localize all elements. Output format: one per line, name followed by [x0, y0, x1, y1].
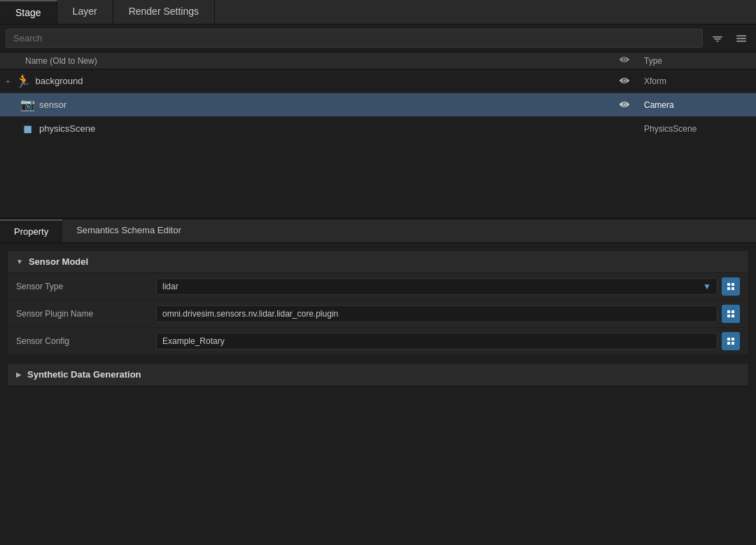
sensor-plugin-name-row: Sensor Plugin Name	[8, 301, 748, 328]
sensor-config-label: Sensor Config	[16, 336, 156, 346]
row-label-physics: physicsScene	[39, 123, 95, 134]
sensor-icon: 📷	[20, 97, 35, 112]
synthetic-data-title: Synthetic Data Generation	[27, 369, 141, 380]
sensor-config-value-wrap	[156, 332, 740, 350]
svg-rect-6	[732, 287, 734, 290]
filter-icon	[711, 32, 724, 45]
table-row[interactable]: + 🏃 background Xform	[0, 69, 756, 93]
stage-empty-area	[0, 141, 756, 218]
property-tab-bar: Property Semantics Schema Editor	[0, 219, 756, 243]
svg-rect-10	[732, 315, 734, 317]
svg-rect-11	[727, 338, 730, 340]
sensor-model-title: Sensor Model	[29, 256, 88, 267]
svg-rect-4	[732, 283, 734, 286]
eye-header-icon	[619, 55, 630, 64]
chevron-right-icon: ▶	[16, 371, 22, 378]
link-icon	[727, 282, 735, 291]
svg-point-2	[623, 103, 625, 105]
sensor-model-header[interactable]: ▼ Sensor Model	[8, 251, 748, 273]
menu-button[interactable]	[732, 31, 750, 46]
search-input[interactable]	[6, 29, 703, 48]
top-tab-bar: Stage Layer Render Settings	[0, 0, 756, 25]
eye-toggle-background[interactable]	[610, 76, 638, 87]
sensor-type-value-wrap: lidar ▼	[156, 277, 740, 296]
svg-rect-5	[727, 287, 730, 290]
dropdown-arrow-icon: ▼	[703, 282, 711, 291]
sensor-plugin-name-input[interactable]	[156, 305, 718, 322]
link-icon	[727, 337, 735, 345]
synthetic-data-header[interactable]: ▶ Synthetic Data Generation	[8, 364, 748, 386]
sensor-type-blue-btn[interactable]	[722, 277, 740, 296]
col-type-header: Type	[638, 56, 750, 66]
background-icon: 🏃	[15, 74, 31, 89]
svg-rect-14	[732, 342, 734, 345]
sensor-config-input[interactable]	[156, 333, 718, 350]
svg-point-0	[623, 58, 625, 60]
stage-column-headers: Name (Old to New) Type	[0, 53, 756, 69]
filter-button[interactable]	[708, 31, 727, 46]
sensor-plugin-name-value-wrap	[156, 305, 740, 323]
tab-semantics-schema-editor[interactable]: Semantics Schema Editor	[62, 219, 195, 242]
svg-rect-8	[732, 310, 734, 313]
tab-render-settings[interactable]: Render Settings	[113, 0, 215, 24]
row-label-sensor: sensor	[39, 99, 66, 110]
physics-icon: ◼	[20, 122, 35, 135]
row-label-background: background	[35, 76, 83, 86]
expand-icon[interactable]: +	[6, 77, 10, 85]
col-eye-header	[610, 55, 638, 66]
sensor-config-row: Sensor Config	[8, 328, 748, 355]
svg-rect-3	[727, 283, 730, 286]
svg-rect-7	[727, 310, 730, 313]
col-name-header: Name (Old to New)	[25, 56, 610, 66]
type-value-background: Xform	[638, 76, 750, 86]
sensor-type-row: Sensor Type lidar ▼	[8, 273, 748, 301]
table-row[interactable]: 📷 sensor Camera	[0, 93, 756, 117]
type-value-sensor: Camera	[638, 100, 750, 110]
svg-rect-9	[727, 315, 730, 317]
synthetic-data-section: ▶ Synthetic Data Generation	[7, 363, 749, 387]
eye-toggle-sensor[interactable]	[610, 99, 638, 111]
tab-layer[interactable]: Layer	[57, 0, 113, 24]
svg-rect-13	[727, 342, 730, 345]
sensor-model-section: ▼ Sensor Model Sensor Type lidar ▼	[7, 250, 749, 356]
tab-stage[interactable]: Stage	[0, 0, 57, 24]
chevron-down-icon: ▼	[16, 258, 23, 265]
menu-icon	[735, 32, 748, 45]
property-panel: Property Semantics Schema Editor ▼ Senso…	[0, 219, 756, 387]
svg-point-1	[623, 79, 625, 81]
sensor-type-dropdown[interactable]: lidar ▼	[156, 278, 718, 295]
table-row[interactable]: ◼ physicsScene PhysicsScene	[0, 117, 756, 141]
svg-rect-12	[732, 338, 734, 340]
sensor-type-value: lidar	[162, 282, 178, 291]
link-icon	[727, 310, 735, 318]
sensor-type-label: Sensor Type	[16, 282, 156, 291]
stage-panel: Name (Old to New) Type + 🏃 background Xf…	[0, 53, 756, 219]
sensor-config-blue-btn[interactable]	[722, 332, 740, 350]
tab-property[interactable]: Property	[0, 219, 62, 242]
eye-icon	[619, 100, 630, 109]
search-area	[0, 25, 756, 53]
eye-icon	[619, 76, 630, 85]
sensor-plugin-name-blue-btn[interactable]	[722, 305, 740, 323]
sensor-plugin-name-label: Sensor Plugin Name	[16, 309, 156, 319]
type-value-physics: PhysicsScene	[638, 124, 750, 134]
